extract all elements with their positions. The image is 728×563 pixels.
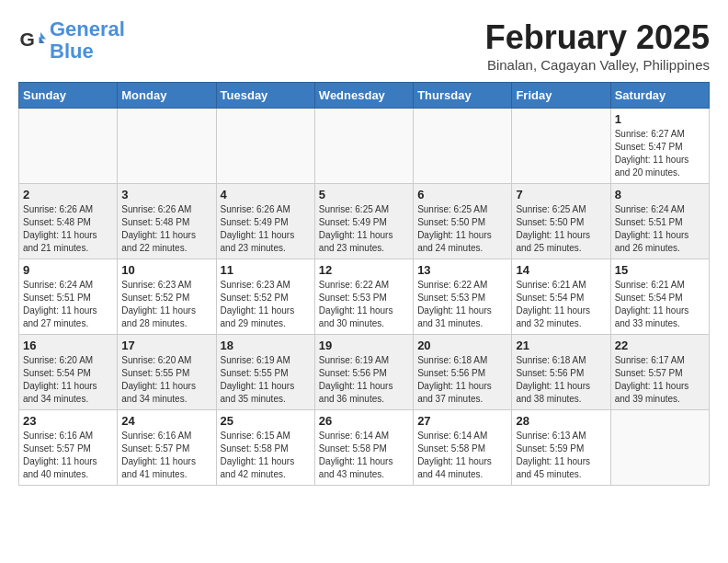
calendar-cell: 22Sunrise: 6:17 AM Sunset: 5:57 PM Dayli… xyxy=(610,335,709,410)
calendar-cell: 9Sunrise: 6:24 AM Sunset: 5:51 PM Daylig… xyxy=(19,259,118,335)
day-number: 7 xyxy=(516,188,606,201)
day-number: 24 xyxy=(121,414,211,428)
location: Binalan, Cagayan Valley, Philippines xyxy=(485,57,710,73)
calendar-cell: 7Sunrise: 6:25 AM Sunset: 5:50 PM Daylig… xyxy=(512,184,610,259)
calendar-cell xyxy=(314,109,413,184)
calendar-cell: 6Sunrise: 6:25 AM Sunset: 5:50 PM Daylig… xyxy=(414,184,512,259)
day-number: 11 xyxy=(221,263,311,277)
day-info: Sunrise: 6:21 AM Sunset: 5:54 PM Dayligh… xyxy=(516,279,606,330)
days-of-week-row: SundayMondayTuesdayWednesdayThursdayFrid… xyxy=(19,83,710,109)
svg-marker-1 xyxy=(40,32,46,40)
logo-icon: G xyxy=(18,27,46,54)
day-number: 14 xyxy=(516,263,606,277)
calendar-week-4: 16Sunrise: 6:20 AM Sunset: 5:54 PM Dayli… xyxy=(19,335,710,410)
day-number: 21 xyxy=(516,339,606,352)
day-header-thursday: Thursday xyxy=(414,83,512,109)
calendar-cell: 23Sunrise: 6:16 AM Sunset: 5:57 PM Dayli… xyxy=(19,410,118,486)
day-number: 2 xyxy=(23,188,113,201)
day-info: Sunrise: 6:20 AM Sunset: 5:54 PM Dayligh… xyxy=(23,354,113,406)
day-info: Sunrise: 6:26 AM Sunset: 5:48 PM Dayligh… xyxy=(121,203,211,255)
calendar-cell: 15Sunrise: 6:21 AM Sunset: 5:54 PM Dayli… xyxy=(610,259,709,335)
day-number: 4 xyxy=(221,188,311,201)
day-header-monday: Monday xyxy=(118,83,216,109)
day-info: Sunrise: 6:26 AM Sunset: 5:48 PM Dayligh… xyxy=(23,203,113,255)
page-header: G General Blue February 2025 Binalan, Ca… xyxy=(18,18,710,73)
day-number: 16 xyxy=(23,339,113,352)
day-header-saturday: Saturday xyxy=(610,83,709,109)
day-number: 19 xyxy=(319,339,409,352)
logo: G General Blue xyxy=(18,18,125,63)
calendar-table: SundayMondayTuesdayWednesdayThursdayFrid… xyxy=(18,82,710,486)
calendar-week-5: 23Sunrise: 6:16 AM Sunset: 5:57 PM Dayli… xyxy=(19,410,710,486)
day-number: 18 xyxy=(221,339,311,352)
day-number: 8 xyxy=(615,188,705,201)
day-info: Sunrise: 6:25 AM Sunset: 5:50 PM Dayligh… xyxy=(516,203,606,255)
day-header-wednesday: Wednesday xyxy=(314,83,413,109)
calendar-cell: 5Sunrise: 6:25 AM Sunset: 5:49 PM Daylig… xyxy=(314,184,413,259)
day-info: Sunrise: 6:22 AM Sunset: 5:53 PM Dayligh… xyxy=(417,279,507,330)
calendar-cell xyxy=(19,109,118,184)
day-info: Sunrise: 6:24 AM Sunset: 5:51 PM Dayligh… xyxy=(23,279,113,330)
day-info: Sunrise: 6:17 AM Sunset: 5:57 PM Dayligh… xyxy=(615,354,705,406)
calendar-cell: 27Sunrise: 6:14 AM Sunset: 5:58 PM Dayli… xyxy=(414,410,512,486)
day-header-tuesday: Tuesday xyxy=(216,83,314,109)
month-title: February 2025 xyxy=(485,18,710,57)
calendar-cell: 12Sunrise: 6:22 AM Sunset: 5:53 PM Dayli… xyxy=(314,259,413,335)
calendar-cell xyxy=(118,109,216,184)
calendar-cell: 4Sunrise: 6:26 AM Sunset: 5:49 PM Daylig… xyxy=(216,184,314,259)
day-number: 23 xyxy=(23,414,113,428)
calendar-header: SundayMondayTuesdayWednesdayThursdayFrid… xyxy=(19,83,710,109)
calendar-week-1: 1Sunrise: 6:27 AM Sunset: 5:47 PM Daylig… xyxy=(19,109,710,184)
calendar-cell: 14Sunrise: 6:21 AM Sunset: 5:54 PM Dayli… xyxy=(512,259,610,335)
calendar-week-2: 2Sunrise: 6:26 AM Sunset: 5:48 PM Daylig… xyxy=(19,184,710,259)
day-info: Sunrise: 6:25 AM Sunset: 5:50 PM Dayligh… xyxy=(417,203,507,255)
day-number: 17 xyxy=(121,339,211,352)
day-number: 22 xyxy=(615,339,705,352)
calendar-cell: 26Sunrise: 6:14 AM Sunset: 5:58 PM Dayli… xyxy=(314,410,413,486)
day-number: 6 xyxy=(417,188,507,201)
calendar-cell: 2Sunrise: 6:26 AM Sunset: 5:48 PM Daylig… xyxy=(19,184,118,259)
day-info: Sunrise: 6:19 AM Sunset: 5:56 PM Dayligh… xyxy=(319,354,409,406)
calendar-cell: 16Sunrise: 6:20 AM Sunset: 5:54 PM Dayli… xyxy=(19,335,118,410)
calendar-cell: 8Sunrise: 6:24 AM Sunset: 5:51 PM Daylig… xyxy=(610,184,709,259)
day-info: Sunrise: 6:16 AM Sunset: 5:57 PM Dayligh… xyxy=(121,430,211,481)
day-info: Sunrise: 6:20 AM Sunset: 5:55 PM Dayligh… xyxy=(121,354,211,406)
day-header-sunday: Sunday xyxy=(19,83,118,109)
logo-line2: Blue xyxy=(50,40,94,63)
day-info: Sunrise: 6:23 AM Sunset: 5:52 PM Dayligh… xyxy=(221,279,311,330)
day-info: Sunrise: 6:22 AM Sunset: 5:53 PM Dayligh… xyxy=(319,279,409,330)
logo-line1: General xyxy=(50,17,125,40)
calendar-cell: 28Sunrise: 6:13 AM Sunset: 5:59 PM Dayli… xyxy=(512,410,610,486)
calendar-cell xyxy=(216,109,314,184)
calendar-cell: 18Sunrise: 6:19 AM Sunset: 5:55 PM Dayli… xyxy=(216,335,314,410)
calendar-cell: 19Sunrise: 6:19 AM Sunset: 5:56 PM Dayli… xyxy=(314,335,413,410)
svg-text:G: G xyxy=(20,29,35,50)
logo-text: General Blue xyxy=(50,18,125,63)
day-header-friday: Friday xyxy=(512,83,610,109)
calendar-week-3: 9Sunrise: 6:24 AM Sunset: 5:51 PM Daylig… xyxy=(19,259,710,335)
day-number: 12 xyxy=(319,263,409,277)
calendar-cell: 20Sunrise: 6:18 AM Sunset: 5:56 PM Dayli… xyxy=(414,335,512,410)
calendar-cell: 13Sunrise: 6:22 AM Sunset: 5:53 PM Dayli… xyxy=(414,259,512,335)
day-number: 10 xyxy=(121,263,211,277)
day-number: 27 xyxy=(417,414,507,428)
calendar-cell: 3Sunrise: 6:26 AM Sunset: 5:48 PM Daylig… xyxy=(118,184,216,259)
day-info: Sunrise: 6:14 AM Sunset: 5:58 PM Dayligh… xyxy=(319,430,409,481)
calendar-cell: 21Sunrise: 6:18 AM Sunset: 5:56 PM Dayli… xyxy=(512,335,610,410)
calendar-cell: 1Sunrise: 6:27 AM Sunset: 5:47 PM Daylig… xyxy=(610,109,709,184)
calendar-cell: 17Sunrise: 6:20 AM Sunset: 5:55 PM Dayli… xyxy=(118,335,216,410)
title-block: February 2025 Binalan, Cagayan Valley, P… xyxy=(485,18,710,73)
calendar-body: 1Sunrise: 6:27 AM Sunset: 5:47 PM Daylig… xyxy=(19,109,710,486)
day-number: 1 xyxy=(615,112,705,126)
calendar-cell xyxy=(610,410,709,486)
day-number: 28 xyxy=(516,414,606,428)
day-info: Sunrise: 6:18 AM Sunset: 5:56 PM Dayligh… xyxy=(516,354,606,406)
day-info: Sunrise: 6:23 AM Sunset: 5:52 PM Dayligh… xyxy=(121,279,211,330)
day-number: 26 xyxy=(319,414,409,428)
day-info: Sunrise: 6:26 AM Sunset: 5:49 PM Dayligh… xyxy=(221,203,311,255)
day-info: Sunrise: 6:24 AM Sunset: 5:51 PM Dayligh… xyxy=(615,203,705,255)
day-number: 13 xyxy=(417,263,507,277)
day-info: Sunrise: 6:14 AM Sunset: 5:58 PM Dayligh… xyxy=(417,430,507,481)
day-number: 3 xyxy=(121,188,211,201)
day-info: Sunrise: 6:13 AM Sunset: 5:59 PM Dayligh… xyxy=(516,430,606,481)
